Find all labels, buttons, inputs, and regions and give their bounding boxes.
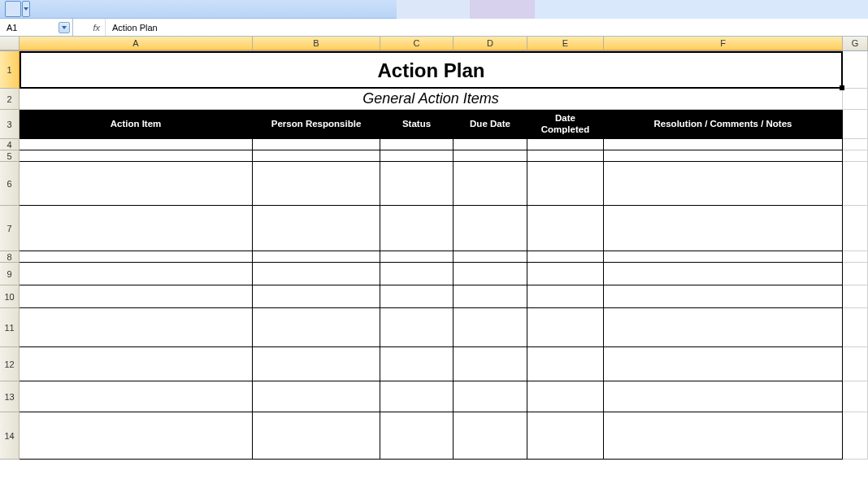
cell-f11[interactable] — [604, 308, 843, 347]
cell-c13[interactable] — [380, 381, 454, 412]
row-header-7[interactable]: 7 — [0, 206, 20, 251]
cell-a12[interactable] — [20, 347, 253, 381]
cell-a9[interactable] — [20, 263, 253, 285]
cell-e12[interactable] — [527, 347, 604, 381]
cell-b7[interactable] — [253, 206, 380, 251]
cell-f10[interactable] — [604, 285, 843, 308]
cell-e14[interactable] — [527, 412, 604, 460]
cell-d6[interactable] — [454, 162, 527, 206]
cell-c10[interactable] — [380, 285, 454, 308]
row-header-3[interactable]: 3 — [0, 110, 20, 139]
header-action-item[interactable]: Action Item — [20, 110, 253, 139]
formula-input[interactable] — [106, 19, 868, 36]
cell-g11[interactable] — [843, 308, 868, 347]
cell-g6[interactable] — [843, 162, 868, 206]
cell-b5[interactable] — [253, 150, 380, 162]
header-due-date[interactable]: Due Date — [454, 110, 527, 139]
title-cell[interactable]: Action Plan — [20, 51, 843, 89]
cell-b4[interactable] — [253, 139, 380, 150]
cell-d12[interactable] — [454, 347, 527, 381]
cell-d5[interactable] — [454, 150, 527, 162]
column-header-g[interactable]: G — [843, 37, 868, 50]
cell-g9[interactable] — [843, 263, 868, 285]
cell-g2[interactable] — [843, 89, 868, 110]
cell-c8[interactable] — [380, 251, 454, 263]
column-header-e[interactable]: E — [527, 37, 604, 50]
cell-f13[interactable] — [604, 381, 843, 412]
cell-c12[interactable] — [380, 347, 454, 381]
cell-f12[interactable] — [604, 347, 843, 381]
cell-f4[interactable] — [604, 139, 843, 150]
cell-e10[interactable] — [527, 285, 604, 308]
cell-c11[interactable] — [380, 308, 454, 347]
cell-b8[interactable] — [253, 251, 380, 263]
cell-e5[interactable] — [527, 150, 604, 162]
row-header-13[interactable]: 13 — [0, 381, 20, 412]
cell-a11[interactable] — [20, 308, 253, 347]
row-header-11[interactable]: 11 — [0, 308, 20, 347]
cell-e11[interactable] — [527, 308, 604, 347]
cell-g7[interactable] — [843, 206, 868, 251]
cell-d14[interactable] — [454, 412, 527, 460]
cell-d7[interactable] — [454, 206, 527, 251]
cell-d4[interactable] — [454, 139, 527, 150]
row-header-2[interactable]: 2 — [0, 89, 20, 110]
cell-b13[interactable] — [253, 381, 380, 412]
header-resolution[interactable]: Resolution / Comments / Notes — [604, 110, 843, 139]
cell-g14[interactable] — [843, 412, 868, 460]
cell-f9[interactable] — [604, 263, 843, 285]
cell-e8[interactable] — [527, 251, 604, 263]
cell-d8[interactable] — [454, 251, 527, 263]
cell-c9[interactable] — [380, 263, 454, 285]
cell-b10[interactable] — [253, 285, 380, 308]
cell-b9[interactable] — [253, 263, 380, 285]
cell-b14[interactable] — [253, 412, 380, 460]
cell-a6[interactable] — [20, 162, 253, 206]
quick-tool-dropdown[interactable] — [22, 1, 30, 17]
header-date-completed[interactable]: Date Completed — [527, 110, 604, 139]
column-header-b[interactable]: B — [253, 37, 380, 50]
spreadsheet-grid[interactable]: A B C D E F G 1 Action Plan 2 General Ac… — [0, 37, 868, 460]
cell-e4[interactable] — [527, 139, 604, 150]
row-header-14[interactable]: 14 — [0, 412, 20, 460]
cell-c4[interactable] — [380, 139, 454, 150]
cell-e6[interactable] — [527, 162, 604, 206]
cell-g4[interactable] — [843, 139, 868, 150]
cell-d11[interactable] — [454, 308, 527, 347]
name-box-dropdown[interactable] — [59, 22, 70, 33]
fx-icon[interactable]: fx — [73, 19, 106, 36]
column-header-f[interactable]: F — [604, 37, 843, 50]
cell-d9[interactable] — [454, 263, 527, 285]
row-header-4[interactable]: 4 — [0, 139, 20, 150]
cell-a8[interactable] — [20, 251, 253, 263]
quick-tool-button[interactable] — [5, 1, 21, 17]
cell-a7[interactable] — [20, 206, 253, 251]
cell-f6[interactable] — [604, 162, 843, 206]
cell-b6[interactable] — [253, 162, 380, 206]
cell-e9[interactable] — [527, 263, 604, 285]
cell-c7[interactable] — [380, 206, 454, 251]
name-box[interactable]: A1 — [0, 19, 73, 36]
cell-c5[interactable] — [380, 150, 454, 162]
subtitle-cell[interactable]: General Action Items — [20, 89, 843, 110]
select-all-corner[interactable] — [0, 37, 20, 50]
cell-g13[interactable] — [843, 381, 868, 412]
cell-f8[interactable] — [604, 251, 843, 263]
header-person-responsible[interactable]: Person Responsible — [253, 110, 380, 139]
row-header-8[interactable]: 8 — [0, 251, 20, 263]
cell-d10[interactable] — [454, 285, 527, 308]
cell-a13[interactable] — [20, 381, 253, 412]
cell-b11[interactable] — [253, 308, 380, 347]
cell-f7[interactable] — [604, 206, 843, 251]
cell-a5[interactable] — [20, 150, 253, 162]
cell-g10[interactable] — [843, 285, 868, 308]
row-header-12[interactable]: 12 — [0, 347, 20, 381]
cell-f5[interactable] — [604, 150, 843, 162]
cell-e7[interactable] — [527, 206, 604, 251]
row-header-5[interactable]: 5 — [0, 150, 20, 162]
cell-g5[interactable] — [843, 150, 868, 162]
cell-b12[interactable] — [253, 347, 380, 381]
cell-a4[interactable] — [20, 139, 253, 150]
cell-c14[interactable] — [380, 412, 454, 460]
row-header-6[interactable]: 6 — [0, 162, 20, 206]
